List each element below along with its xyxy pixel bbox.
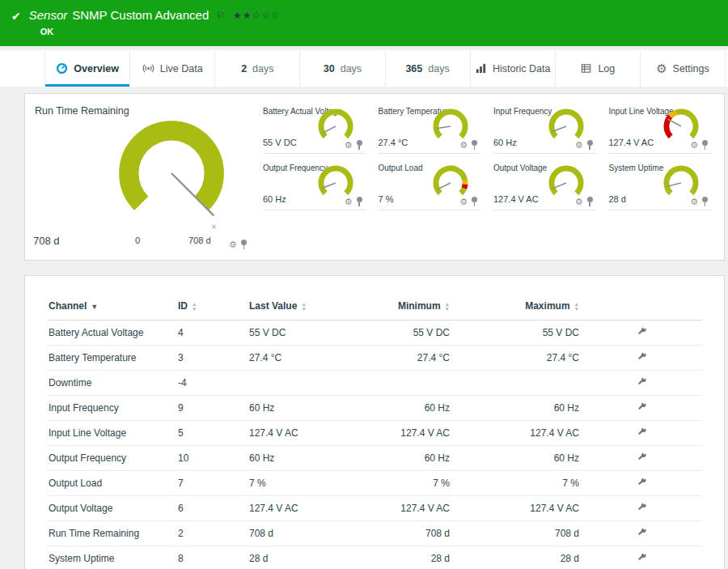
gauge-value: 27.4 °C <box>379 138 408 147</box>
gear-icon[interactable]: ⚙ <box>575 197 583 206</box>
wrench-icon[interactable] <box>637 477 647 487</box>
gauge-battery-actual-voltage: Battery Actual Voltage 55 V DC ⚙ <box>263 104 366 154</box>
tab-bar: Overview Live Data 2 days 30 days 365 da… <box>0 50 728 87</box>
pin-icon[interactable] <box>241 240 247 250</box>
gauge-output-load: Output Load 7 % ⚙ <box>379 160 481 210</box>
cell-minimum: 127.4 V AC <box>338 496 451 521</box>
wrench-icon[interactable] <box>637 401 647 412</box>
gauge-value: 127.4 V AC <box>609 138 654 147</box>
sensor-type-label: Sensor <box>29 8 68 22</box>
col-last-value[interactable]: Last Value▲▼ <box>248 297 338 321</box>
tab-label: days <box>252 63 273 74</box>
pin-icon[interactable] <box>702 197 708 207</box>
tab-historic-data[interactable]: Historic Data <box>471 50 556 87</box>
wrench-icon[interactable] <box>637 351 647 362</box>
wrench-icon[interactable] <box>637 452 647 462</box>
wrench-icon[interactable] <box>637 326 647 337</box>
flag-icon[interactable]: ⚐ <box>216 10 225 21</box>
col-label: Maximum <box>525 300 569 312</box>
tab-overview[interactable]: Overview <box>44 50 130 87</box>
wrench-icon[interactable] <box>637 502 647 512</box>
cell-id: 8 <box>176 546 248 569</box>
table-row: Run Time Remaining2708 d708 d708 d <box>47 521 702 546</box>
table-row: Battery Temperature327.4 °C27.4 °C27.4 °… <box>47 346 702 371</box>
main-gauge-dial <box>110 112 233 235</box>
gear-icon[interactable]: ⚙ <box>575 141 583 150</box>
pin-icon[interactable] <box>702 140 708 151</box>
gauge-title: System Uptime <box>609 163 664 172</box>
col-minimum[interactable]: Minimum▲▼ <box>338 297 451 321</box>
pin-icon[interactable] <box>357 197 362 207</box>
table-row: Output Load77 %7 %7 % <box>47 471 702 496</box>
wrench-icon[interactable] <box>637 552 647 563</box>
table-row: Downtime-4 <box>47 371 702 396</box>
cell-channel: Input Frequency <box>47 396 176 421</box>
live-data-icon <box>142 62 154 74</box>
cell-channel: Input Line Voltage <box>47 421 176 446</box>
pin-icon[interactable] <box>587 197 593 207</box>
wrench-icon[interactable] <box>637 527 647 537</box>
cell-last-value: 708 d <box>248 521 338 546</box>
limit-marker-icon: ✕ <box>211 223 217 231</box>
cell-maximum: 60 Hz <box>451 396 581 421</box>
gear-icon[interactable]: ⚙ <box>459 141 468 150</box>
pin-icon[interactable] <box>587 140 593 151</box>
cell-channel: System Uptime <box>47 546 176 569</box>
gear-icon[interactable]: ⚙ <box>345 141 353 150</box>
cell-last-value: 7 % <box>248 471 338 496</box>
cell-last-value: 127.4 V AC <box>248 496 338 521</box>
gear-icon[interactable]: ⚙ <box>345 197 353 206</box>
tab-365-days[interactable]: 365 days <box>386 50 471 87</box>
pin-icon[interactable] <box>472 140 477 151</box>
status-check-icon: ✔ <box>11 10 21 23</box>
gear-icon[interactable]: ⚙ <box>459 197 468 206</box>
cell-last-value: 60 Hz <box>248 396 338 421</box>
wrench-icon[interactable] <box>637 376 647 387</box>
cell-last-value: 28 d <box>248 546 338 569</box>
gauge-output-voltage: Output Voltage 127.4 V AC ⚙ <box>493 160 596 210</box>
pin-icon[interactable] <box>357 140 362 151</box>
sort-icon: ▲▼ <box>192 302 197 312</box>
gauge-title: Input Frequency <box>493 107 552 116</box>
cell-id: 10 <box>176 446 248 471</box>
gear-icon[interactable]: ⚙ <box>690 141 698 150</box>
tab-30-days[interactable]: 30 days <box>300 50 385 87</box>
table-row: Battery Actual Voltage455 V DC55 V DC55 … <box>47 321 702 346</box>
cell-channel: Battery Actual Voltage <box>47 321 176 346</box>
cell-actions <box>581 371 702 396</box>
tab-live-data[interactable]: Live Data <box>130 50 215 87</box>
settings-gear-icon: ⚙ <box>656 62 667 74</box>
col-id[interactable]: ID▲▼ <box>176 297 248 321</box>
tab-2-days[interactable]: 2 days <box>215 50 300 87</box>
col-maximum[interactable]: Maximum▲▼ <box>451 297 581 321</box>
gear-icon[interactable]: ⚙ <box>229 240 237 249</box>
cell-actions <box>581 421 702 446</box>
col-channel[interactable]: Channel▼ <box>47 297 176 321</box>
cell-maximum: 27.4 °C <box>451 346 581 371</box>
wrench-icon[interactable] <box>637 427 647 437</box>
cell-id: -4 <box>176 371 248 396</box>
sensor-title-block: Sensor SNMP Custom Advanced ⚐ ★★☆☆☆ OK <box>29 8 281 36</box>
main-gauge-scale-min: 0 <box>135 236 140 245</box>
cell-actions <box>581 521 702 546</box>
gauges-panel: Run Time Remaining ✕ 708 d 0 708 d ⚙ Bat… <box>24 93 725 261</box>
gear-icon[interactable]: ⚙ <box>690 197 698 206</box>
table-row: Output Frequency1060 Hz60 Hz60 Hz <box>47 446 702 471</box>
cell-maximum: 708 d <box>451 521 581 546</box>
main-gauge-scale-max: 708 d <box>188 236 211 245</box>
pin-icon[interactable] <box>472 197 477 207</box>
gauge-input-frequency: Input Frequency 60 Hz ⚙ <box>493 104 596 154</box>
overview-gauge-icon <box>56 62 68 74</box>
cell-maximum: 28 d <box>451 546 581 569</box>
gauge-title: Output Voltage <box>493 163 547 172</box>
tab-settings[interactable]: ⚙ Settings <box>641 50 726 87</box>
tab-log[interactable]: Log <box>556 50 641 87</box>
priority-stars[interactable]: ★★☆☆☆ <box>233 10 281 21</box>
cell-channel: Output Voltage <box>47 496 176 521</box>
cell-maximum <box>451 371 581 396</box>
channels-table-body: Battery Actual Voltage455 V DC55 V DC55 … <box>47 321 702 569</box>
bar-chart-icon <box>475 62 487 74</box>
table-row: Input Line Voltage5127.4 V AC127.4 V AC1… <box>47 421 702 446</box>
sensor-header: ✔ Sensor SNMP Custom Advanced ⚐ ★★☆☆☆ OK <box>0 0 728 46</box>
sort-icon: ▲▼ <box>574 302 579 312</box>
